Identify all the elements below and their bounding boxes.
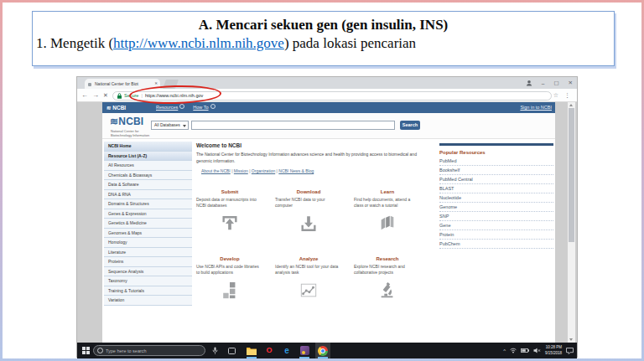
sidebar-item-all-resources[interactable]: All Resources (104, 161, 192, 171)
action-card-analyze[interactable]: AnalyzeIdentify an NCBI tool for your da… (275, 256, 354, 323)
popular-item-blast[interactable]: BLAST (439, 184, 553, 193)
forward-button[interactable]: → (92, 89, 99, 101)
action-card-learn[interactable]: LearnFind help documents, attend a class… (354, 189, 433, 256)
sign-in-link[interactable]: Sign in to NCBI (520, 102, 552, 113)
ncbi-logo-tagline: National Center for Biotechnology Inform… (111, 129, 149, 137)
sidebar-item-genes-expression[interactable]: Genes & Expression (104, 209, 192, 219)
sidebar-item-proteins[interactable]: Proteins (104, 257, 192, 267)
sidebar-item-domains-structures[interactable]: Domains & Structures (104, 199, 192, 209)
popular-item-pubmed[interactable]: PubMed (439, 157, 553, 166)
action-desc: Find help documents, attend a class or w… (354, 197, 421, 209)
action-title-research[interactable]: Research (354, 256, 421, 261)
new-tab-button[interactable] (163, 80, 179, 89)
scrollbar-thumb[interactable] (569, 108, 574, 242)
file-explorer-icon[interactable] (244, 343, 259, 358)
action-desc: Deposit data or manuscripts into NCBI da… (196, 197, 263, 209)
chrome-icon[interactable] (315, 343, 330, 358)
action-desc: Explore NCBI research and collaborative … (354, 264, 421, 276)
popular-item-bookshelf[interactable]: Bookshelf (439, 166, 553, 175)
sidebar-item-dna-rna[interactable]: DNA & RNA (104, 190, 192, 200)
sidebar-item-variation[interactable]: Variation (104, 296, 192, 306)
address-url[interactable]: https://www.ncbi.nlm.nih.gov (145, 93, 203, 98)
sidebar-item-genetics-medicine[interactable]: Genetics & Medicine (104, 219, 192, 229)
action-title-download[interactable]: Download (275, 189, 342, 194)
ncbi-search-button[interactable]: Search (400, 121, 420, 130)
upload-icon (196, 214, 263, 233)
close-button[interactable]: ✕ (569, 80, 573, 86)
action-card-submit[interactable]: SubmitDeposit data or manuscripts into N… (196, 189, 275, 256)
welcome-link-ncbi-news-blog[interactable]: NCBI News & Blog (278, 168, 314, 173)
action-card-download[interactable]: DownloadTransfer NCBI data to your compu… (275, 189, 354, 256)
ncbi-search-input[interactable] (191, 121, 395, 130)
taskbar-search[interactable] (93, 345, 205, 356)
popular-item-genome[interactable]: Genome (439, 203, 553, 212)
sidebar-item-ncbi-home[interactable]: NCBI Home (104, 142, 192, 152)
edge-icon[interactable]: e (279, 343, 294, 358)
taskbar-search-input[interactable] (106, 348, 190, 353)
minimize-button[interactable]: – (542, 80, 545, 86)
scrollbar-down-icon[interactable] (569, 338, 573, 341)
ncbi-swoosh-icon: ≋ (110, 116, 118, 127)
topbar-link-resources[interactable]: Resources (156, 102, 184, 113)
app-icon-purple[interactable] (297, 343, 312, 358)
tab-close-icon[interactable]: ✕ (154, 79, 158, 89)
back-button[interactable]: ← (81, 89, 88, 101)
popular-item-pubchem[interactable]: PubChem (439, 240, 553, 249)
tray-chevron-icon[interactable]: ^ (503, 348, 506, 353)
browser-tab[interactable]: National Center for Biot ✕ (85, 79, 160, 89)
ncbi-navbar-logo[interactable]: ≋ NCBI (106, 102, 126, 113)
page-scrollbar[interactable] (568, 102, 575, 343)
popular-resources-heading: Popular Resources (439, 148, 553, 157)
stop-button[interactable]: ✕ (103, 89, 108, 101)
blocks-icon (196, 281, 263, 300)
ncbi-sidebar: NCBI HomeResource List (A-Z)All Resource… (104, 142, 192, 306)
taskbar-clock[interactable]: 10:28 PM 9/15/2018 (545, 345, 562, 355)
ncbi-logo[interactable]: ≋NCBI (110, 116, 143, 127)
action-title-learn[interactable]: Learn (354, 189, 421, 194)
welcome-link-mission[interactable]: Mission (234, 168, 248, 173)
address-bar[interactable]: Secure | https://www.ncbi.nlm.nih.gov (112, 91, 552, 101)
wifi-icon[interactable] (510, 348, 517, 353)
sidebar-item-genomes-maps[interactable]: Genomes & Maps (104, 229, 192, 239)
download-icon (275, 214, 342, 233)
sidebar-item-taxonomy[interactable]: Taxonomy (104, 276, 192, 286)
sidebar-item-sequence-analysis[interactable]: Sequence Analysis (104, 267, 192, 277)
topbar-link-how-to[interactable]: How To (193, 102, 215, 113)
step-hyperlink[interactable]: http://www.ncbi.nlm.nih.gove (113, 35, 284, 51)
padlock-icon (117, 93, 122, 99)
opera-icon[interactable]: O (262, 343, 277, 358)
task-view-icon[interactable] (224, 343, 239, 358)
sidebar-item-data-software[interactable]: Data & Software (104, 180, 192, 190)
action-title-analyze[interactable]: Analyze (275, 256, 342, 261)
sidebar-item-homology[interactable]: Homology (104, 238, 192, 248)
microphone-icon[interactable] (207, 343, 222, 358)
action-desc: Identify an NCBI tool for your data anal… (275, 264, 342, 276)
sidebar-item-training-tutorials[interactable]: Training & Tutorials (104, 286, 192, 297)
database-select[interactable]: All Databases (151, 121, 189, 130)
action-title-develop[interactable]: Develop (196, 256, 263, 261)
scrollbar-up-icon[interactable] (569, 104, 573, 106)
battery-icon[interactable] (521, 348, 529, 353)
bookmark-star-icon[interactable]: ☆ (553, 89, 558, 101)
action-card-research[interactable]: ResearchExplore NCBI research and collab… (354, 256, 433, 323)
sidebar-item-chemicals-bioassays[interactable]: Chemicals & Bioassays (104, 171, 192, 181)
popular-item-gene[interactable]: Gene (439, 221, 553, 230)
secure-label: Secure (124, 93, 138, 98)
sidebar-item-resource-list-a-z[interactable]: Resource List (A-Z) (104, 152, 192, 162)
sidebar-item-literature[interactable]: Literature (104, 248, 192, 258)
action-title-submit[interactable]: Submit (196, 189, 263, 194)
ncbi-header: ≋NCBI National Center for Biotechnology … (102, 113, 555, 139)
windows-start-icon[interactable] (82, 347, 90, 354)
profile-icon[interactable] (526, 80, 532, 86)
popular-item-protein[interactable]: Protein (439, 230, 553, 240)
welcome-link-about-the-ncbi[interactable]: About the NCBI (201, 168, 231, 173)
restore-button[interactable]: ▢ (553, 80, 558, 86)
browser-menu-icon[interactable]: ⋮ (564, 89, 570, 101)
action-card-develop[interactable]: DevelopUse NCBI APIs and code libraries … (196, 256, 275, 323)
popular-item-snp[interactable]: SNP (439, 212, 553, 221)
volume-muted-icon[interactable] (533, 348, 541, 353)
popular-item-pubmed-central[interactable]: PubMed Central (439, 175, 553, 184)
notifications-icon[interactable] (566, 348, 574, 354)
popular-item-nucleotide[interactable]: Nucleotide (439, 193, 553, 203)
welcome-link-organization[interactable]: Organization (252, 168, 275, 173)
